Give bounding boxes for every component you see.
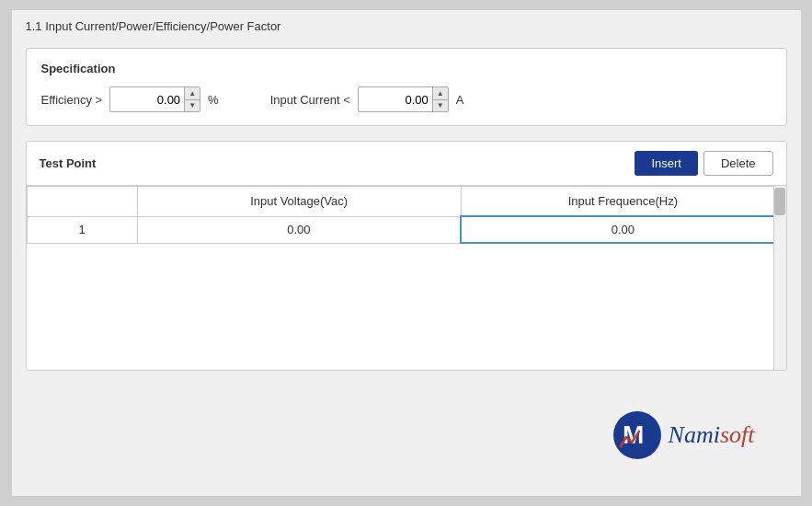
specification-label: Specification bbox=[41, 62, 772, 75]
col-header-voltage: Input Voltage(Vac) bbox=[137, 187, 461, 217]
table-wrapper: Input Voltage(Vac) Input Frequence(Hz) 1… bbox=[27, 186, 786, 370]
table-row: 1 0.00 0.00 bbox=[27, 216, 785, 243]
logo-area: M Namisoft bbox=[613, 411, 755, 459]
input-current-down-btn[interactable]: ▼ bbox=[433, 99, 448, 111]
scrollbar[interactable] bbox=[773, 186, 786, 370]
test-point-title: Test Point bbox=[40, 156, 97, 170]
main-container: 1.1 Input Current/Power/Efficiency/Power… bbox=[11, 9, 802, 497]
test-point-btn-group: Insert Delete bbox=[635, 151, 772, 176]
table-header-row: Input Voltage(Vac) Input Frequence(Hz) bbox=[27, 187, 785, 217]
delete-button[interactable]: Delete bbox=[703, 151, 773, 176]
row-num: 1 bbox=[27, 216, 137, 243]
input-current-label: Input Current < bbox=[270, 93, 350, 107]
input-current-spinner-buttons: ▲ ▼ bbox=[432, 87, 448, 111]
logo-text: Namisoft bbox=[669, 421, 755, 449]
input-current-up-btn[interactable]: ▲ bbox=[433, 87, 448, 99]
efficiency-spinner-buttons: ▲ ▼ bbox=[184, 87, 200, 111]
namisoft-logo-icon: M bbox=[613, 411, 661, 459]
svg-text:M: M bbox=[623, 420, 644, 449]
page-title: 1.1 Input Current/Power/Efficiency/Power… bbox=[26, 19, 787, 33]
specification-card: Specification Efficiency > ▲ ▼ % Input C… bbox=[26, 48, 787, 126]
scrollbar-thumb bbox=[774, 188, 785, 215]
efficiency-down-btn[interactable]: ▼ bbox=[185, 99, 200, 111]
spec-row: Efficiency > ▲ ▼ % Input Current < ▲ ▼ bbox=[41, 86, 772, 112]
input-current-unit: A bbox=[456, 93, 464, 107]
logo-prefix: Nami bbox=[669, 421, 720, 448]
efficiency-unit: % bbox=[208, 93, 219, 107]
input-current-spinner[interactable]: ▲ ▼ bbox=[358, 86, 449, 112]
row-voltage: 0.00 bbox=[137, 216, 461, 243]
efficiency-input[interactable] bbox=[110, 87, 184, 111]
col-header-num bbox=[27, 187, 137, 217]
test-point-table: Input Voltage(Vac) Input Frequence(Hz) 1… bbox=[27, 186, 786, 244]
table-container[interactable]: Input Voltage(Vac) Input Frequence(Hz) 1… bbox=[27, 186, 786, 370]
efficiency-label: Efficiency > bbox=[41, 93, 103, 107]
col-header-freq: Input Frequence(Hz) bbox=[461, 187, 784, 217]
row-frequency[interactable]: 0.00 bbox=[461, 216, 784, 243]
table-body: 1 0.00 0.00 bbox=[27, 216, 785, 243]
input-current-input[interactable] bbox=[359, 87, 432, 111]
efficiency-up-btn[interactable]: ▲ bbox=[185, 87, 200, 99]
insert-button[interactable]: Insert bbox=[635, 151, 698, 176]
test-point-header: Test Point Insert Delete bbox=[27, 142, 786, 186]
efficiency-spinner[interactable]: ▲ ▼ bbox=[109, 86, 200, 112]
test-point-card: Test Point Insert Delete Input Voltage(V… bbox=[26, 141, 787, 371]
logo-suffix: soft bbox=[720, 421, 755, 448]
